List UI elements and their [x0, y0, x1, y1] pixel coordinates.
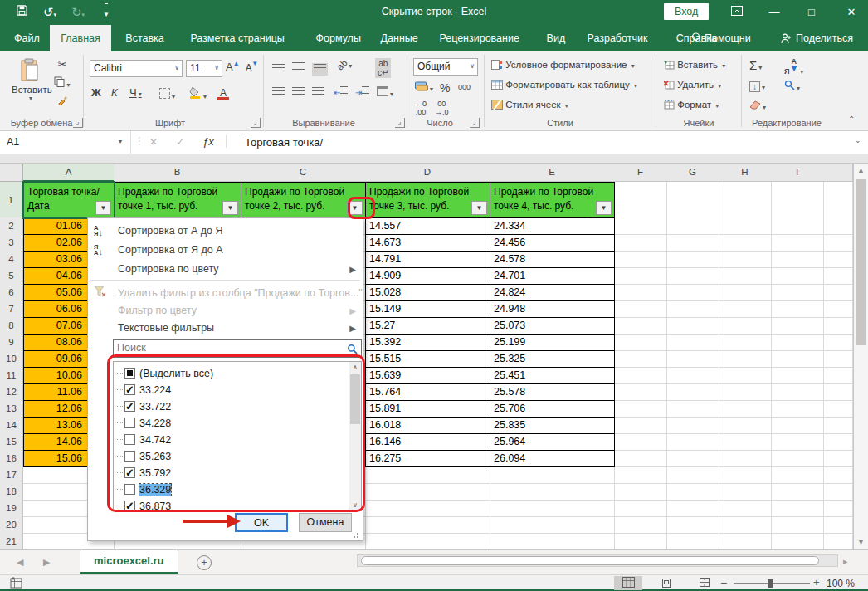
data-cell-D13[interactable]: 15.891 [365, 400, 490, 418]
copy-icon[interactable]: ▾ [53, 76, 71, 90]
row-header-12[interactable]: 12 [0, 383, 23, 401]
align-right-icon[interactable] [312, 86, 324, 99]
data-cell-E10[interactable]: 25.325 [490, 350, 615, 368]
checkbox-icon[interactable]: ✓ [124, 384, 135, 395]
zoom-slider-thumb[interactable] [768, 579, 773, 588]
underline-button[interactable]: Ч▾ [129, 86, 142, 99]
checkbox-icon[interactable] [124, 484, 135, 495]
menu-item-3[interactable]: Удалить фильтр из столбца "Продажи по То… [88, 284, 363, 303]
row-header-13[interactable]: 13 [0, 400, 23, 418]
cell-styles-button[interactable]: Стили ячеек ▾ [491, 100, 568, 110]
tab-формулы[interactable]: Формулы [305, 25, 372, 51]
list-scroll-up-icon[interactable]: ∧ [349, 361, 361, 374]
delete-cells-button[interactable]: Удалить ▾ [664, 80, 721, 90]
list-scroll-thumb[interactable] [350, 374, 360, 424]
tab-разработчик[interactable]: Разработчик [577, 25, 659, 51]
checkbox-icon[interactable] [124, 418, 135, 428]
data-cell-E7[interactable]: 24.948 [490, 300, 615, 318]
format-as-table-button[interactable]: Форматировать как таблицу ▾ [491, 80, 637, 90]
row-header-14[interactable]: 14 [0, 417, 23, 434]
data-cell-E9[interactable]: 25.199 [490, 334, 615, 351]
data-cell-E16[interactable]: 26.094 [490, 450, 615, 467]
checkbox-icon[interactable]: ✓ [124, 401, 135, 412]
row-header-2[interactable]: 2 [0, 217, 23, 235]
filter-list-item[interactable]: 35.263 [117, 448, 349, 465]
name-box[interactable]: A1▾ [0, 131, 131, 154]
sheet-tab[interactable]: microexcel.ru [80, 550, 178, 574]
data-cell-E5[interactable]: 24.701 [490, 267, 615, 285]
data-cell-E11[interactable]: 25.451 [490, 367, 615, 384]
row-header-9[interactable]: 9 [0, 334, 23, 351]
row-header-3[interactable]: 3 [0, 234, 23, 252]
paste-button[interactable]: Вставить▾ [12, 58, 48, 113]
tab-разметка-страницы[interactable]: Разметка страницы [179, 25, 295, 51]
zoom-level-label[interactable]: 100 % [827, 578, 855, 589]
wrap-text-icon[interactable]: abc↵ [375, 58, 391, 78]
find-select-icon[interactable]: ▾ [784, 80, 800, 93]
data-cell-D2[interactable]: 14.557 [365, 217, 490, 235]
data-cell-E12[interactable]: 25.578 [490, 383, 615, 401]
row-header-5[interactable]: 5 [0, 267, 23, 285]
data-cell-D11[interactable]: 15.639 [365, 367, 490, 384]
column-header-B[interactable]: B [114, 164, 241, 182]
data-cell-E3[interactable]: 24.456 [490, 234, 615, 252]
ok-button[interactable]: OK [235, 513, 288, 532]
filter-list-item[interactable]: ✓33.224 [117, 382, 349, 398]
cancel-entry-icon[interactable]: ✕ [149, 136, 158, 148]
select-all-corner[interactable] [0, 164, 23, 182]
font-name-select[interactable]: Calibri∨ [90, 60, 183, 77]
enter-entry-icon[interactable]: ✓ [176, 136, 184, 148]
filter-dropdown-A-icon[interactable]: ▼ [95, 201, 111, 215]
checkbox-icon[interactable]: ✓ [124, 501, 135, 511]
horizontal-scroll-thumb[interactable] [361, 556, 819, 565]
number-dialog-launcher[interactable]: ⌟ [470, 118, 480, 128]
row-header-7[interactable]: 7 [0, 300, 23, 318]
tab-вставка[interactable]: Вставка [115, 25, 174, 51]
font-color-icon[interactable]: А [217, 86, 229, 100]
horizontal-scrollbar[interactable] [357, 554, 838, 567]
row-header-8[interactable]: 8 [0, 317, 23, 335]
merge-center-icon[interactable]: ▾ [377, 86, 393, 99]
tab-share[interactable]: Поделиться [770, 25, 864, 51]
menu-item-5[interactable]: Текстовые фильтры▶ [88, 319, 363, 338]
filter-dropdown-E-icon[interactable]: ▼ [596, 201, 612, 215]
filter-list-item[interactable]: 34.228 [117, 415, 349, 432]
formula-input[interactable]: Торговая точка/ [245, 136, 323, 149]
checkbox-icon[interactable] [124, 368, 135, 379]
filter-list-item[interactable]: ✓35.792 [117, 465, 349, 481]
list-scroll-down-icon[interactable]: ∨ [349, 498, 361, 511]
data-cell-E8[interactable]: 25.073 [490, 317, 615, 335]
row-header-18[interactable]: 18 [0, 483, 23, 501]
row-header-15[interactable]: 15 [0, 433, 23, 451]
row-header-20[interactable]: 20 [0, 516, 23, 534]
tab-данные[interactable]: Данные [370, 25, 429, 51]
grow-font-icon[interactable]: А▲ [226, 60, 240, 73]
number-format-select[interactable]: Общий∨ [413, 58, 478, 76]
row-header-19[interactable]: 19 [0, 500, 23, 517]
conditional-formatting-button[interactable]: Условное форматирование ▾ [491, 60, 635, 70]
data-cell-E2[interactable]: 24.334 [490, 217, 615, 235]
clear-icon[interactable]: ▾ [749, 100, 766, 112]
row-header-17[interactable]: 17 [0, 466, 23, 484]
autosum-icon[interactable]: Σ▾ [749, 58, 762, 72]
fill-icon[interactable]: ↓▾ [749, 80, 765, 92]
accounting-format-icon[interactable]: ▾ [415, 81, 433, 94]
column-header-C[interactable]: C [241, 164, 366, 182]
format-cells-button[interactable]: Формат ▾ [664, 100, 719, 110]
tab-assistant[interactable]: Помощни [680, 25, 762, 51]
data-cell-E14[interactable]: 25.835 [490, 417, 615, 434]
data-cell-D4[interactable]: 14.791 [365, 251, 490, 268]
data-cell-E13[interactable]: 25.706 [490, 400, 615, 418]
format-painter-icon[interactable] [53, 95, 71, 108]
filter-search-box[interactable] [113, 339, 362, 358]
column-header-I[interactable]: I [771, 164, 824, 182]
filter-dropdown-C-icon[interactable]: ▼ [347, 201, 363, 215]
hscroll-right-icon[interactable]: ▸ [843, 556, 848, 567]
next-sheet-icon[interactable]: ▶ [43, 557, 50, 568]
data-cell-D16[interactable]: 16.275 [365, 450, 490, 467]
font-size-select[interactable]: 11∨ [186, 60, 222, 77]
row-header-6[interactable]: 6 [0, 284, 23, 301]
row-header-1[interactable]: 1 [0, 182, 23, 218]
filter-list-item[interactable]: ✓33.722 [117, 398, 349, 415]
tab-file[interactable]: Файл [3, 25, 51, 51]
